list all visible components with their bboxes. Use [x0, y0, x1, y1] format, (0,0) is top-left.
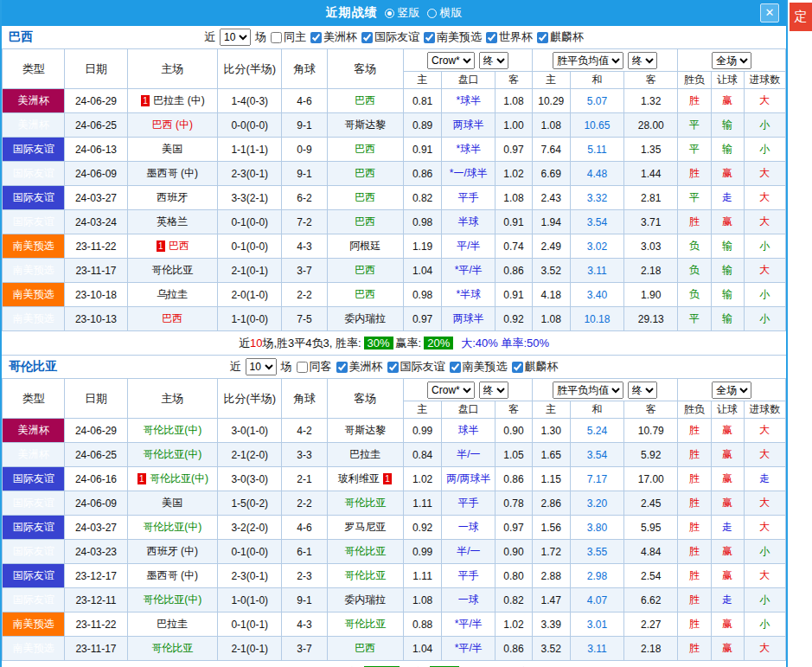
col-away: 客场 [327, 49, 403, 89]
win-rate-badge: 30% [364, 337, 393, 350]
league-checkbox[interactable] [537, 32, 548, 43]
result-cell: 负 [678, 283, 711, 307]
away-team-name: 委内瑞拉 [344, 593, 386, 606]
away-team: 哥伦比亚 [327, 540, 403, 564]
odds-stage-select2[interactable]: 终 [628, 382, 657, 399]
handicap-line: 两球半 [442, 307, 496, 331]
same-venue-checkbox[interactable] [271, 32, 282, 43]
ah-rate-badge: 20% [424, 337, 453, 350]
league-filter[interactable]: 国际友谊 [387, 359, 445, 375]
odds-company-select[interactable]: Crow* [427, 52, 475, 69]
ah-home-odds: 0.88 [403, 612, 441, 637]
match-row: 国际友谊 24-03-24 英格兰 0-1(0-0) 7-2 巴西 0.98 半… [3, 210, 786, 234]
ah-away-odds: 1.02 [496, 162, 532, 186]
match-type: 国际友谊 [3, 186, 65, 210]
odds-type-select[interactable]: 胜平负均值 [553, 382, 623, 399]
match-date: 23-11-22 [65, 234, 127, 259]
league-checkbox[interactable] [512, 362, 523, 373]
league-checkbox[interactable] [450, 362, 461, 373]
league-filter[interactable]: 美洲杯 [336, 359, 383, 375]
ou-result-cell: 大 [744, 419, 785, 443]
league-checkbox[interactable] [486, 32, 497, 43]
home-win-odds: 1.56 [532, 516, 570, 540]
away-team-name: 巴西 [355, 191, 375, 203]
corner-score: 2-1 [282, 467, 327, 491]
ou-result-cell: 小 [744, 307, 785, 331]
match-date: 23-11-22 [65, 612, 127, 637]
league-filter[interactable]: 南美预选 [424, 29, 482, 45]
match-type: 南美预选 [3, 637, 65, 661]
away-win-odds: 3.03 [624, 234, 678, 259]
view-vertical-radio[interactable]: 竖版 [385, 5, 420, 21]
league-checkbox[interactable] [310, 32, 322, 43]
col-date: 日期 [65, 379, 127, 419]
draw-odds: 7.17 [570, 467, 623, 491]
ah-result-cell: 赢 [711, 210, 744, 234]
ah-home-odds: 0.97 [403, 307, 441, 331]
ou-result-cell: 大 [744, 259, 785, 283]
match-count-select[interactable]: 10 [246, 358, 277, 375]
home-team: 巴西 (中) [127, 113, 217, 138]
home-team-name: 乌拉圭 [157, 288, 188, 300]
home-team-name: 哥伦比亚 [151, 642, 193, 654]
league-filter[interactable]: 国际友谊 [361, 29, 419, 45]
ah-home-odds: 1.19 [403, 234, 441, 259]
ah-home-odds: 1.02 [403, 467, 441, 491]
view-horizontal-radio[interactable]: 横版 [427, 5, 463, 21]
ou-result-cell: 大 [744, 491, 785, 516]
ah-away-odds: 0.97 [496, 516, 532, 540]
ou-result-cell: 小 [744, 283, 785, 307]
away-win-odds: 28.00 [624, 113, 678, 138]
away-team-name: 委内瑞拉 [344, 312, 386, 324]
draw-odds: 3.32 [570, 186, 623, 210]
handicap-line: 平手 [442, 564, 496, 588]
result-cell: 胜 [678, 210, 711, 234]
odds-stage-select[interactable]: 终 [479, 382, 508, 399]
away-team: 哥斯达黎 [327, 419, 403, 443]
view-vertical-label: 竖版 [398, 5, 420, 21]
league-filter[interactable]: 南美预选 [450, 359, 508, 375]
odds-company-select[interactable]: Crow* [427, 382, 475, 399]
pin-tab-button[interactable]: 定 [790, 3, 812, 31]
odds-stage-select2[interactable]: 终 [628, 52, 657, 69]
league-filter[interactable]: 世界杯 [486, 29, 533, 45]
same-venue-filter[interactable]: 同客 [297, 359, 332, 375]
ah-home-odds: 0.99 [403, 419, 441, 443]
scope-select[interactable]: 全场 [712, 382, 751, 399]
ah-result-cell: 输 [711, 234, 744, 259]
same-venue-checkbox[interactable] [297, 362, 308, 373]
match-row: 南美预选 23-11-17 哥伦比亚 2-1(0-1) 3-7 巴西 1.04 … [3, 637, 786, 661]
odds-stage-select[interactable]: 终 [479, 52, 508, 69]
league-label: 国际友谊 [400, 359, 445, 375]
league-filter[interactable]: 麒麟杯 [537, 29, 584, 45]
match-date: 23-10-13 [65, 307, 127, 331]
match-count-select[interactable]: 10 [220, 29, 251, 46]
league-filter[interactable]: 麒麟杯 [512, 359, 559, 375]
league-filter[interactable]: 美洲杯 [310, 29, 357, 45]
ou-result-cell: 大 [744, 516, 785, 540]
match-type: 国际友谊 [3, 138, 65, 162]
close-button[interactable]: ✕ [760, 3, 779, 22]
ah-away-odds: 0.90 [496, 540, 532, 564]
same-venue-filter[interactable]: 同主 [271, 29, 306, 45]
league-label: 国际友谊 [374, 29, 419, 45]
draw-odds: 10.65 [570, 113, 623, 138]
away-team: 巴西 [327, 138, 403, 162]
league-checkbox[interactable] [336, 362, 348, 373]
league-checkbox[interactable] [361, 32, 373, 43]
home-team-name: 巴拉圭 [157, 618, 188, 630]
scope-select[interactable]: 全场 [712, 52, 751, 69]
league-checkbox[interactable] [387, 362, 399, 373]
away-team-name: 巴拉圭 [349, 448, 380, 460]
away-win-odds: 2.27 [624, 612, 678, 637]
odds-type-select[interactable]: 胜平负均值 [553, 52, 623, 69]
near-label: 近 [204, 29, 215, 45]
ah-away-odds: 0.91 [496, 283, 532, 307]
away-team: 巴西 [327, 637, 403, 661]
league-label: 美洲杯 [349, 359, 383, 375]
away-team-name: 哥斯达黎 [344, 424, 386, 436]
league-checkbox[interactable] [424, 32, 435, 43]
col-ah-home: 主 [403, 401, 441, 419]
home-team: 美国 [127, 491, 217, 516]
home-win-odds: 3.52 [532, 637, 570, 661]
